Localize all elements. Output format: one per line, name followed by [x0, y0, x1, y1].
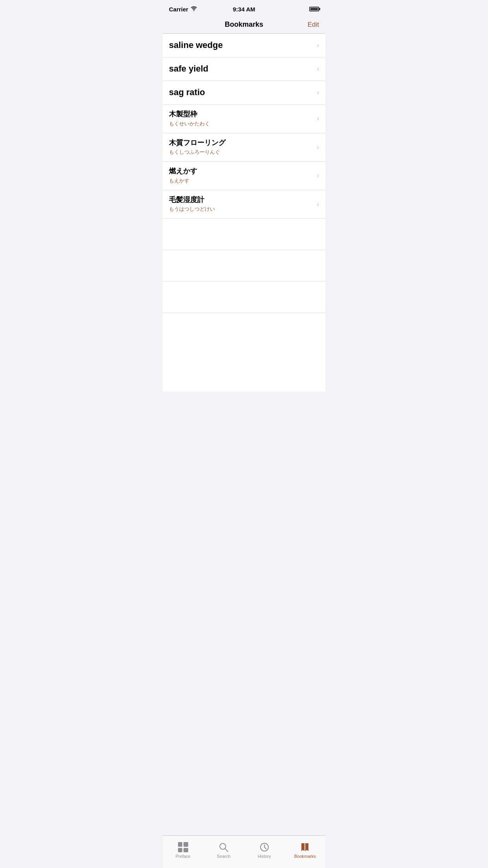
item-text-wrap: saline wedge: [169, 40, 223, 50]
spacer: [163, 313, 325, 392]
item-reading: もうはつしつどけい: [169, 206, 215, 213]
empty-row: [163, 219, 325, 250]
edit-button[interactable]: Edit: [308, 21, 319, 29]
item-title: 燃えかす: [169, 167, 197, 176]
item-text-wrap: safe yield: [169, 64, 208, 74]
item-title: 毛髪湿度計: [169, 196, 215, 204]
chevron-right-icon: ›: [317, 171, 319, 180]
item-title: 木製型枠: [169, 110, 210, 119]
chevron-right-icon: ›: [317, 41, 319, 50]
item-title: sag ratio: [169, 87, 205, 97]
status-bar: Carrier 9:34 AM: [163, 0, 325, 17]
status-left: Carrier: [169, 6, 197, 13]
nav-bar: Bookmarks Edit: [163, 17, 325, 34]
wifi-icon: [191, 6, 197, 12]
item-text-wrap: 燃えかす もえかす: [169, 167, 197, 184]
battery-indicator: [309, 7, 319, 11]
item-reading: もえかす: [169, 177, 197, 184]
content-area: saline wedge › safe yield › sag ratio › …: [163, 34, 325, 424]
item-text-wrap: 毛髪湿度計 もうはつしつどけい: [169, 196, 215, 213]
bookmark-list: saline wedge › safe yield › sag ratio › …: [163, 34, 325, 392]
chevron-right-icon: ›: [317, 114, 319, 123]
svg-point-0: [193, 10, 194, 11]
chevron-right-icon: ›: [317, 65, 319, 73]
item-title: saline wedge: [169, 40, 223, 50]
empty-row: [163, 250, 325, 281]
item-title: safe yield: [169, 64, 208, 74]
status-time: 9:34 AM: [233, 6, 255, 13]
list-item[interactable]: safe yield ›: [163, 57, 325, 81]
list-item[interactable]: 木製型枠 もくせいかたわく ›: [163, 105, 325, 133]
item-text-wrap: 木製型枠 もくせいかたわく: [169, 110, 210, 127]
chevron-right-icon: ›: [317, 88, 319, 97]
item-reading: もくしつふろーりんぐ: [169, 149, 226, 156]
list-item[interactable]: sag ratio ›: [163, 81, 325, 105]
list-item[interactable]: 木質フローリング もくしつふろーりんぐ ›: [163, 133, 325, 162]
chevron-right-icon: ›: [317, 200, 319, 208]
empty-row: [163, 281, 325, 313]
list-item[interactable]: saline wedge ›: [163, 34, 325, 57]
list-item[interactable]: 燃えかす もえかす ›: [163, 162, 325, 190]
item-text-wrap: sag ratio: [169, 87, 205, 97]
item-title: 木質フローリング: [169, 139, 226, 147]
item-text-wrap: 木質フローリング もくしつふろーりんぐ: [169, 139, 226, 156]
item-reading: もくせいかたわく: [169, 120, 210, 127]
page-title: Bookmarks: [225, 20, 263, 29]
list-item[interactable]: 毛髪湿度計 もうはつしつどけい ›: [163, 190, 325, 219]
chevron-right-icon: ›: [317, 143, 319, 151]
carrier-label: Carrier: [169, 6, 188, 13]
